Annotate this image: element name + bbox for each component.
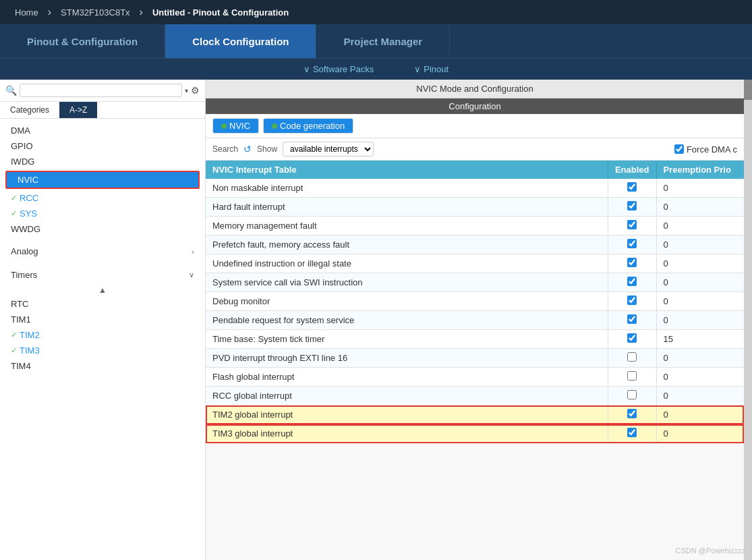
tab-clock[interactable]: Clock Configuration <box>165 24 316 58</box>
table-row: Memory management fault0 <box>206 217 744 235</box>
sidebar-item-rcc[interactable]: ✓ RCC <box>0 190 205 206</box>
scrollbar-thumb[interactable] <box>744 80 752 100</box>
interrupt-name-cell: RCC global interrupt <box>206 387 608 405</box>
interrupt-enabled-cell[interactable] <box>608 349 656 368</box>
filter-search-label: Search <box>212 144 238 154</box>
interrupt-enabled-checkbox[interactable] <box>627 333 637 343</box>
interrupt-name-cell: Time base: System tick timer <box>206 330 608 349</box>
interrupt-enabled-checkbox[interactable] <box>627 314 637 324</box>
interrupt-name-cell: Hard fault interrupt <box>206 198 608 217</box>
interrupt-enabled-checkbox[interactable] <box>627 201 637 211</box>
expand-analog-icon: › <box>192 248 194 256</box>
interrupt-name-cell: Prefetch fault, memory access fault <box>206 235 608 254</box>
interrupt-enabled-checkbox[interactable] <box>627 182 637 192</box>
interrupt-enabled-checkbox[interactable] <box>627 371 637 381</box>
dropdown-arrow-icon[interactable]: ▾ <box>185 87 188 94</box>
interrupt-enabled-cell[interactable] <box>608 387 656 405</box>
interrupt-enabled-cell[interactable] <box>608 217 656 235</box>
interrupt-enabled-checkbox[interactable] <box>627 352 637 362</box>
interrupt-table: NVIC Interrupt Table Enabled Preemption … <box>206 161 744 443</box>
sidebar-list: DMA GPIO IWDG NVIC ✓ RCC ✓ SYS W <box>0 119 205 378</box>
breadcrumb-sep-2: › <box>140 6 143 18</box>
sidebar-item-wwdg[interactable]: WWDG <box>0 221 205 237</box>
config-tab-nvic[interactable]: NVIC <box>212 118 259 134</box>
sidebar-item-tim2[interactable]: ✓ TIM2 <box>0 327 205 343</box>
refresh-icon[interactable]: ↺ <box>243 144 252 155</box>
force-dma-checkbox[interactable] <box>674 144 684 154</box>
interrupt-enabled-cell[interactable] <box>608 330 656 349</box>
interrupt-table-wrapper[interactable]: NVIC Interrupt Table Enabled Preemption … <box>206 161 744 560</box>
interrupt-enabled-cell[interactable] <box>608 424 656 443</box>
subtoolbar-software-packs-label: Software Packs <box>313 64 374 74</box>
breadcrumb-current[interactable]: Untitled - Pinout & Configuration <box>144 5 297 20</box>
tab-project-manager[interactable]: Project Manager <box>316 24 450 58</box>
sidebar-item-sys-label: SYS <box>20 208 37 219</box>
interrupt-enabled-cell[interactable] <box>608 368 656 387</box>
interrupt-preemption-cell: 0 <box>656 254 744 273</box>
chevron-down-icon-1: ∨ <box>303 64 310 74</box>
breadcrumb-bar: Home › STM32F103C8Tx › Untitled - Pinout… <box>0 0 752 24</box>
interrupt-enabled-cell[interactable] <box>608 405 656 424</box>
interrupt-enabled-checkbox[interactable] <box>627 258 637 267</box>
sidebar-group-timers[interactable]: Timers ∨ <box>0 266 205 284</box>
interrupt-enabled-cell[interactable] <box>608 254 656 273</box>
sidebar-group-analog[interactable]: Analog › <box>0 242 205 260</box>
filter-show-select[interactable]: available interrupts <box>283 142 374 157</box>
breadcrumb-mcu[interactable]: STM32F103C8Tx <box>53 5 138 20</box>
config-tab-codegen[interactable]: Code generation <box>263 118 353 134</box>
interrupt-enabled-checkbox[interactable] <box>627 428 637 437</box>
sidebar-item-gpio[interactable]: GPIO <box>0 138 205 154</box>
interrupt-preemption-cell: 0 <box>656 198 744 217</box>
sidebar-item-sys[interactable]: ✓ SYS <box>0 206 205 221</box>
sidebar-item-dma[interactable]: DMA <box>0 123 205 138</box>
interrupt-enabled-checkbox[interactable] <box>627 409 637 418</box>
breadcrumb-home[interactable]: Home <box>7 5 47 20</box>
sidebar-item-wwdg-label: WWDG <box>11 224 40 234</box>
scroll-up-indicator: ▲ <box>0 284 205 296</box>
interrupt-preemption-cell: 0 <box>656 311 744 330</box>
subtoolbar-pinout[interactable]: ∨ Pinout <box>414 64 449 74</box>
content-area: NVIC Mode and Configuration Configuratio… <box>206 80 744 560</box>
check-sys-icon: ✓ <box>11 209 17 218</box>
check-tim3-icon: ✓ <box>11 346 17 355</box>
tab-pinout[interactable]: Pinout & Configuration <box>0 24 165 58</box>
interrupt-enabled-cell[interactable] <box>608 292 656 311</box>
sidebar-item-tim4[interactable]: TIM4 <box>0 358 205 374</box>
sidebar-item-tim2-label: TIM2 <box>20 330 40 340</box>
tab-bar: Pinout & Configuration Clock Configurati… <box>0 24 752 58</box>
interrupt-enabled-checkbox[interactable] <box>627 220 637 229</box>
right-scrollbar[interactable] <box>744 80 752 560</box>
table-header-row: NVIC Interrupt Table Enabled Preemption … <box>206 161 744 179</box>
main-layout: 🔍 ▾ ⚙ Categories A->Z DMA GPIO IWDG NVIC <box>0 80 752 560</box>
sidebar-divider-1 <box>0 237 205 242</box>
interrupt-name-cell: Pendable request for system service <box>206 311 608 330</box>
sidebar-item-rtc[interactable]: RTC <box>0 296 205 312</box>
table-row: Undefined instruction or illegal state0 <box>206 254 744 273</box>
filter-bar: Search ↺ Show available interrupts Force… <box>206 138 744 161</box>
interrupt-enabled-cell[interactable] <box>608 198 656 217</box>
interrupt-preemption-cell: 0 <box>656 368 744 387</box>
interrupt-preemption-cell: 0 <box>656 179 744 198</box>
tab-categories[interactable]: Categories <box>0 102 59 118</box>
sidebar-item-tim3[interactable]: ✓ TIM3 <box>0 343 205 358</box>
interrupt-enabled-cell[interactable] <box>608 235 656 254</box>
search-input[interactable] <box>20 84 182 97</box>
sidebar-item-tim1[interactable]: TIM1 <box>0 312 205 327</box>
interrupt-enabled-cell[interactable] <box>608 179 656 198</box>
table-row: Debug monitor0 <box>206 292 744 311</box>
interrupt-enabled-cell[interactable] <box>608 273 656 292</box>
sidebar-item-nvic[interactable]: NVIC <box>5 171 200 189</box>
tab-a-to-z[interactable]: A->Z <box>59 102 97 118</box>
interrupt-enabled-checkbox[interactable] <box>627 239 637 248</box>
interrupt-preemption-cell: 0 <box>656 235 744 254</box>
interrupt-enabled-cell[interactable] <box>608 311 656 330</box>
interrupt-enabled-checkbox[interactable] <box>627 390 637 399</box>
interrupt-enabled-checkbox[interactable] <box>627 296 637 305</box>
subtoolbar-software-packs[interactable]: ∨ Software Packs <box>303 64 374 74</box>
interrupt-enabled-checkbox[interactable] <box>627 277 637 286</box>
interrupt-name-cell: PVD interrupt through EXTI line 16 <box>206 349 608 368</box>
gear-icon[interactable]: ⚙ <box>191 85 200 96</box>
sidebar-item-iwdg[interactable]: IWDG <box>0 154 205 169</box>
config-tab-codegen-label: Code generation <box>280 121 345 131</box>
table-row: Pendable request for system service0 <box>206 311 744 330</box>
